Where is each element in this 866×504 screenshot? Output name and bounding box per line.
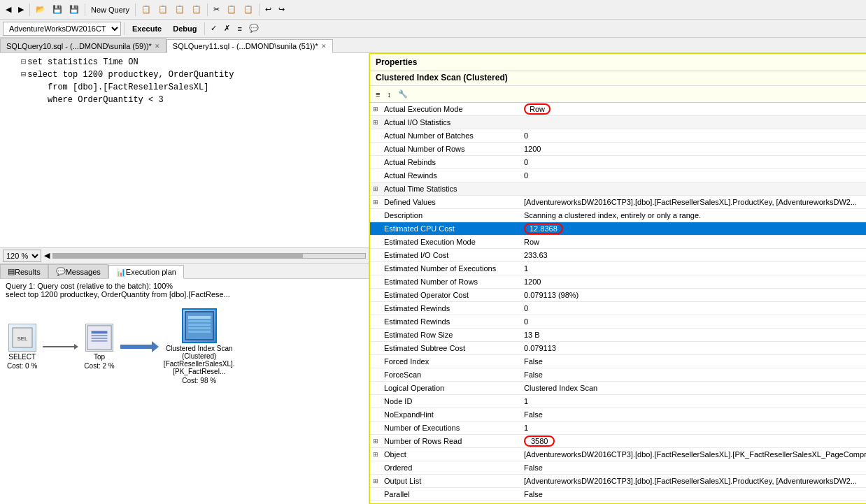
- tab-execution-plan[interactable]: 📊 Execution plan: [108, 265, 184, 279]
- cancel-btn[interactable]: ✗: [221, 22, 233, 35]
- props-row-defined-values[interactable]: ⊞ Defined Values [AdventureworksDW2016CT…: [370, 196, 866, 209]
- sep4: [207, 3, 208, 16]
- debug-btn[interactable]: Debug: [168, 22, 201, 35]
- prop-name-25: Ordered: [381, 463, 521, 473]
- tab-query10[interactable]: SQLQuery10.sql - (...DMOND\sunila (59))*…: [0, 38, 166, 52]
- expand-icon-1: ⊞: [370, 119, 381, 126]
- toolbar-btn1[interactable]: 📋: [139, 3, 154, 16]
- props-row-description: Description Scanning a clustered index, …: [370, 209, 866, 222]
- exec-plan-area[interactable]: SEL SELECT Cost: 0 %: [0, 301, 369, 504]
- prop-name-1: Actual I/O Statistics: [381, 117, 521, 127]
- plan-icon-select[interactable]: SEL: [8, 324, 36, 352]
- props-alphabetical-btn[interactable]: ↕: [384, 88, 394, 101]
- tab-query11-close[interactable]: ✕: [321, 43, 327, 50]
- code-editor[interactable]: ⊟ set statistics Time ON ⊟ select top 12…: [0, 53, 369, 248]
- props-row-actual-time[interactable]: ⊞ Actual Time Statistics: [370, 182, 866, 196]
- props-filter-btn[interactable]: 🔧: [395, 87, 411, 101]
- expand-icon-6: ⊞: [370, 199, 381, 206]
- prop-value-8: 12.8368: [521, 222, 866, 235]
- sep7: [204, 22, 205, 35]
- plan-icon-clustered[interactable]: [182, 308, 217, 343]
- undo-btn[interactable]: ↩: [262, 3, 274, 16]
- svg-rect-6: [92, 340, 108, 341]
- comment-btn[interactable]: 💬: [246, 22, 262, 35]
- prop-name-11: Estimated Number of Executions: [381, 264, 521, 273]
- prop-name-24: Object: [381, 449, 521, 459]
- props-row-forced-index: Forced Index False: [370, 355, 866, 368]
- props-row-actual-io[interactable]: ⊞ Actual I/O Statistics: [370, 116, 866, 129]
- paste-btn[interactable]: 📋: [241, 3, 256, 16]
- scroll-left[interactable]: ◀: [44, 251, 50, 260]
- prop-value-12: 1200: [521, 277, 866, 287]
- expand-2[interactable]: ⊟: [21, 69, 26, 81]
- tab-results[interactable]: ▤ Results: [0, 264, 48, 278]
- db-selector[interactable]: AdventureWorksDW2016CT: [3, 22, 121, 36]
- save-btn[interactable]: 💾: [50, 3, 65, 16]
- props-row-actual-execution-mode[interactable]: ⊞ Actual Execution Mode Row: [370, 103, 866, 116]
- back-btn[interactable]: ◀: [3, 3, 14, 16]
- query-cost-area: Query 1: Query cost (relative to the bat…: [0, 279, 369, 301]
- plan-node-select-label: SELECT: [8, 353, 36, 361]
- execute-btn[interactable]: Execute: [127, 22, 166, 35]
- circle-0: Row: [524, 103, 551, 115]
- prop-name-28: Physical Operation: [381, 503, 521, 503]
- zoom-select[interactable]: 120 %: [3, 250, 41, 262]
- new-query-btn[interactable]: New Query: [88, 3, 132, 16]
- forward-btn[interactable]: ▶: [15, 3, 27, 16]
- messages-icon: 💬: [56, 267, 66, 276]
- sep6: [124, 22, 125, 35]
- prop-name-14b: Estimated Rewinds: [381, 317, 521, 326]
- props-row-noexpandhint: NoExpandHint False: [370, 408, 866, 422]
- prop-value-0: Row: [521, 103, 866, 115]
- zoom-bar: 120 % ◀: [0, 248, 369, 264]
- toolbar-btn2[interactable]: 📋: [155, 3, 171, 16]
- code-text-1: set statistics Time ON: [27, 56, 138, 69]
- horizontal-scrollbar[interactable]: [52, 253, 366, 259]
- props-title-bar: Clustered Index Scan (Clustered): [370, 71, 866, 86]
- tab-messages[interactable]: 💬 Messages: [48, 264, 108, 278]
- redo-btn[interactable]: ↪: [276, 3, 288, 16]
- props-row-est-cpu[interactable]: Estimated CPU Cost 12.8368: [370, 222, 866, 236]
- prop-value-25: False: [521, 463, 866, 473]
- prop-value-3: 1200: [521, 144, 866, 154]
- props-row-object[interactable]: ⊞ Object [AdventureworksDW2016CTP3].[dbo…: [370, 448, 866, 461]
- props-row-est-rewinds2: Estimated Rewinds 0: [370, 315, 866, 329]
- sep5: [259, 3, 260, 16]
- toolbar-btn3[interactable]: 📋: [172, 3, 187, 16]
- props-categorized-btn[interactable]: ≡: [373, 88, 383, 101]
- prop-value-23: 3580: [521, 435, 866, 447]
- props-row-est-exec-mode: Estimated Execution Mode Row: [370, 236, 866, 249]
- props-header-title: Properties: [376, 57, 417, 67]
- props-row-output-list[interactable]: ⊞ Output List [AdventureworksDW2016CTP3]…: [370, 475, 866, 488]
- prop-value-21: False: [521, 410, 866, 419]
- save-all-btn[interactable]: 💾: [66, 3, 82, 16]
- props-row-num-rows-read[interactable]: ⊞ Number of Rows Read 3580: [370, 435, 866, 448]
- toolbar-btn4[interactable]: 📋: [189, 3, 204, 16]
- plan-node-select-cost: Cost: 0 %: [7, 362, 37, 370]
- prop-value-11: 1: [521, 264, 866, 273]
- prop-name-27: Parallel: [381, 489, 521, 499]
- tab-query10-close[interactable]: ✕: [155, 43, 160, 50]
- prop-value-20: 1: [521, 396, 866, 406]
- svg-rect-4: [92, 335, 108, 336]
- props-row-num-executions: Number of Executions 1: [370, 422, 866, 435]
- prop-name-10: Estimated I/O Cost: [381, 250, 521, 260]
- plan-icon-top[interactable]: [85, 324, 113, 352]
- prop-name-20: Node ID: [381, 396, 521, 406]
- cut-btn[interactable]: ✂: [211, 3, 222, 16]
- code-line-2: ⊟ select top 1200 productkey, OrderQuant…: [6, 69, 363, 81]
- plan-node-clustered: Clustered Index Scan (Clustered) [FactRe…: [164, 308, 234, 384]
- props-row-parallel: Parallel False: [370, 488, 866, 501]
- prop-name-6: Defined Values: [381, 197, 521, 207]
- tab-query11[interactable]: SQLQuery11.sql - (...DMOND\sunila (51))*…: [166, 39, 333, 53]
- prop-value-26: [AdventureworksDW2016CTP3].[dbo].[FactRe…: [521, 476, 866, 486]
- plan-node-clustered-cost: Cost: 98 %: [182, 377, 216, 384]
- main-toolbar: ◀ ▶ 📂 💾 💾 New Query 📋 📋 📋 📋 ✂ 📋 📋 ↩ ↪: [0, 0, 866, 20]
- expand-1[interactable]: ⊟: [21, 56, 26, 69]
- open-btn[interactable]: 📂: [33, 3, 48, 16]
- parse-btn[interactable]: ✓: [208, 22, 220, 35]
- copy-btn[interactable]: 📋: [224, 3, 239, 16]
- prop-value-14b: 0: [521, 317, 866, 326]
- results-btn[interactable]: ≡: [234, 22, 244, 35]
- prop-value-2: 0: [521, 131, 866, 141]
